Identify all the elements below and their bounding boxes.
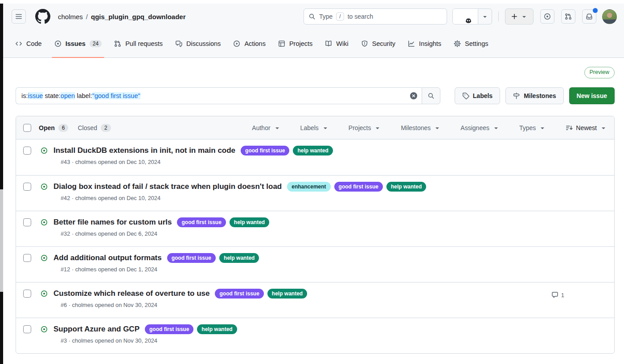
issue-checkbox[interactable] (23, 254, 31, 262)
issue-row[interactable]: Install DuckDB extensions in init, not i… (16, 139, 614, 175)
tab-issues[interactable]: Issues 24 (50, 29, 107, 57)
sort-dropdown[interactable]: Newest (566, 124, 607, 131)
copilot-dropdown-button[interactable] (478, 9, 492, 24)
milestones-button[interactable]: Milestones (505, 87, 563, 104)
issue-checkbox[interactable] (23, 183, 31, 191)
tab-wiki[interactable]: Wiki (320, 29, 353, 57)
search-icon (427, 92, 435, 99)
label-pill[interactable]: good first issue (145, 324, 193, 334)
issue-labels: good first issuehelp wanted (167, 253, 259, 263)
issue-row[interactable]: Dialog box instead of fail / stack trace… (16, 175, 614, 211)
labels-filter-dropdown[interactable]: Labels (300, 124, 329, 131)
filter-query: is:issue state:open label:"good first is… (21, 92, 410, 99)
issue-opened-icon (54, 40, 62, 47)
create-new-button[interactable] (505, 8, 534, 25)
issue-labels: good first issuehelp wanted (215, 289, 307, 299)
closed-count-badge: 2 (101, 124, 111, 132)
tab-settings[interactable]: Settings (449, 29, 493, 57)
query-token-highlighted: issue (28, 92, 43, 99)
window-edge-top (0, 4, 3, 189)
label-pill[interactable]: good first issue (177, 217, 226, 227)
comment-icon (551, 291, 558, 299)
global-pull-requests-button[interactable] (561, 9, 575, 24)
issue-opened-icon (544, 13, 551, 20)
copilot-button[interactable] (453, 9, 478, 24)
author-filter-dropdown[interactable]: Author (252, 124, 280, 131)
issue-checkbox[interactable] (23, 147, 31, 155)
issue-title-link[interactable]: Customize which release of overture to u… (53, 289, 209, 298)
sort-desc-icon (566, 124, 573, 131)
tab-insights[interactable]: Insights (403, 29, 446, 57)
labels-button[interactable]: Labels (455, 87, 500, 104)
query-token-highlighted: open (61, 92, 75, 99)
issue-row[interactable]: Customize which release of overture to u… (16, 282, 614, 318)
label-pill[interactable]: good first issue (215, 289, 263, 299)
closed-issues-toggle[interactable]: Closed 2 (78, 124, 111, 132)
x-circle-icon (410, 92, 417, 99)
label-pill[interactable]: good first issue (167, 253, 216, 263)
breadcrumb-owner-link[interactable]: cholmes (58, 13, 83, 20)
issue-title-link[interactable]: Dialog box instead of fail / stack trace… (53, 182, 282, 191)
user-avatar[interactable] (602, 9, 617, 24)
search-placeholder-prefix: Type (319, 13, 333, 20)
unread-notification-dot (593, 8, 598, 13)
tab-projects[interactable]: Projects (274, 29, 317, 57)
label-pill[interactable]: help wanted (386, 182, 426, 192)
label-pill[interactable]: help wanted (219, 253, 259, 263)
chevron-down-icon (539, 124, 546, 131)
comment-count[interactable]: 1 (551, 291, 564, 299)
filter-search-button[interactable] (422, 87, 440, 104)
header-divider (498, 12, 499, 21)
projects-filter-dropdown[interactable]: Projects (349, 124, 382, 131)
milestone-icon (513, 92, 520, 99)
breadcrumb-repo-link[interactable]: qgis_plugin_gpq_downloader (91, 13, 186, 20)
issue-row[interactable]: Better file names for custom urls good f… (16, 211, 614, 246)
types-filter-dropdown[interactable]: Types (519, 124, 546, 131)
tab-code[interactable]: Code (11, 29, 46, 57)
tab-actions[interactable]: Actions (229, 29, 270, 57)
label-pill[interactable]: help wanted (197, 324, 237, 334)
assignees-filter-dropdown[interactable]: Assignees (460, 124, 500, 131)
label-pill[interactable]: help wanted (267, 289, 307, 299)
notifications-inbox-button[interactable] (582, 9, 596, 24)
issue-title-link[interactable]: Support Azure and GCP (53, 325, 140, 334)
issue-row[interactable]: Add additional output formats good first… (16, 246, 614, 282)
tab-count-badge: 24 (90, 40, 102, 47)
preview-badge[interactable]: Preview (584, 67, 615, 78)
global-issues-button[interactable] (540, 9, 554, 24)
play-icon (233, 40, 240, 47)
git-pull-request-icon (565, 13, 572, 20)
tab-security[interactable]: Security (357, 29, 400, 57)
label-pill[interactable]: good first issue (334, 182, 383, 192)
issue-row[interactable]: Support Azure and GCP good first issuehe… (16, 318, 614, 353)
issue-meta: #32 · cholmes opened on Dec 6, 2024 (61, 230, 607, 237)
github-logo[interactable] (35, 9, 50, 24)
issue-title-link[interactable]: Add additional output formats (53, 254, 162, 262)
label-pill[interactable]: good first issue (241, 146, 289, 155)
issue-labels: good first issuehelp wanted (241, 146, 333, 155)
issue-checkbox[interactable] (23, 218, 31, 226)
open-issues-toggle[interactable]: Open 6 (39, 124, 68, 132)
global-search-input[interactable]: Type / to search (304, 8, 447, 25)
issue-checkbox[interactable] (23, 290, 31, 298)
issue-meta: #12 · cholmes opened on Dec 1, 2024 (61, 266, 607, 273)
tab-pull-requests[interactable]: Pull requests (110, 29, 167, 57)
code-icon (15, 40, 22, 47)
open-issue-icon (40, 183, 49, 190)
window-edge-bottom (0, 292, 3, 364)
tab-discussions[interactable]: Discussions (171, 29, 225, 57)
clear-filter-button[interactable] (410, 92, 417, 99)
label-pill[interactable]: help wanted (230, 217, 269, 227)
issue-checkbox[interactable] (23, 325, 31, 333)
issues-filter-input[interactable]: is:issue state:open label:"good first is… (16, 87, 422, 104)
issue-title-link[interactable]: Better file names for custom urls (53, 218, 172, 227)
comment-discussion-icon (175, 40, 182, 47)
select-all-checkbox[interactable] (23, 124, 31, 132)
milestones-filter-dropdown[interactable]: Milestones (401, 124, 441, 131)
label-pill[interactable]: help wanted (293, 146, 333, 155)
new-issue-button[interactable]: New issue (569, 87, 615, 104)
label-pill[interactable]: enhancement (287, 182, 330, 192)
chevron-down-icon (600, 124, 607, 131)
issue-title-link[interactable]: Install DuckDB extensions in init, not i… (53, 146, 235, 155)
hamburger-menu-button[interactable] (12, 9, 26, 24)
